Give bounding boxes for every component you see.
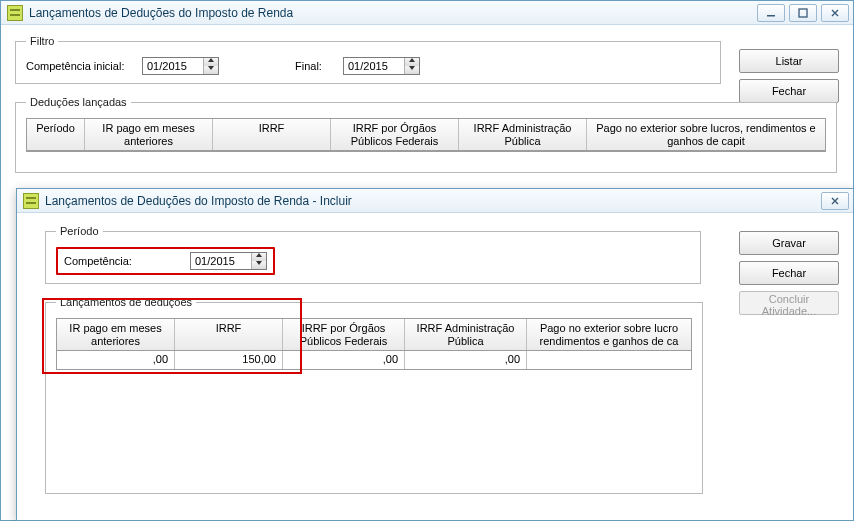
period-legend: Período xyxy=(56,225,103,237)
final-input[interactable] xyxy=(344,58,404,74)
child-dialog: Lançamentos de Deduções do Imposto de Re… xyxy=(16,188,854,521)
cell-ir-prev[interactable]: ,00 xyxy=(57,351,175,369)
conclude-button: Concluir Atividade... xyxy=(739,291,839,315)
col-irrf-admin: IRRF Administração Pública xyxy=(405,319,527,350)
child-launches-group: Lançamentos de deduções IR pago em meses… xyxy=(45,296,703,494)
child-grid-body: ,00 150,00 ,00 ,00 xyxy=(57,351,691,369)
launches-legend: Deduções lançadas xyxy=(26,96,131,108)
child-launches-legend: Lançamentos de deduções xyxy=(56,296,196,308)
col-irrf: IRRF xyxy=(175,319,283,350)
svg-rect-1 xyxy=(799,9,807,17)
parent-title: Lançamentos de Deduções do Imposto de Re… xyxy=(29,6,757,20)
spin-down-icon[interactable] xyxy=(204,66,218,74)
child-title: Lançamentos de Deduções do Imposto de Re… xyxy=(45,194,821,208)
final-label: Final: xyxy=(295,60,335,72)
col-irrf-orgaos: IRRF por Órgãos Públicos Federais xyxy=(283,319,405,350)
app-icon xyxy=(7,5,23,21)
child-grid-head: IR pago em meses anteriores IRRF IRRF po… xyxy=(57,319,691,351)
col-irrf-admin: IRRF Administração Pública xyxy=(459,119,587,150)
filter-row: Competência inicial: Final: xyxy=(26,57,710,75)
close-button-child[interactable]: Fechar xyxy=(739,261,839,285)
parent-titlebar: Lançamentos de Deduções do Imposto de Re… xyxy=(1,1,853,25)
period-highlight: Competência: xyxy=(56,247,275,275)
parent-grid[interactable]: Período IR pago em meses anteriores IRRF… xyxy=(26,118,826,152)
spin-down-icon[interactable] xyxy=(252,261,266,269)
competence-spinner[interactable] xyxy=(190,252,267,270)
competence-label: Competência: xyxy=(64,255,174,267)
cell-irrf-admin[interactable]: ,00 xyxy=(405,351,527,369)
col-pago-ext: Pago no exterior sobre lucro rendimentos… xyxy=(527,319,691,350)
close-button[interactable] xyxy=(821,192,849,210)
parent-grid-head: Período IR pago em meses anteriores IRRF… xyxy=(27,119,825,151)
app-icon xyxy=(23,193,39,209)
final-spinner[interactable] xyxy=(343,57,420,75)
spin-down-icon[interactable] xyxy=(405,66,419,74)
parent-side-buttons: Listar Fechar xyxy=(739,49,839,103)
child-grid[interactable]: IR pago em meses anteriores IRRF IRRF po… xyxy=(56,318,692,370)
cell-pago-ext[interactable] xyxy=(527,351,691,369)
cell-irrf[interactable]: 150,00 xyxy=(175,351,283,369)
child-side-buttons: Gravar Fechar Concluir Atividade... xyxy=(739,231,839,315)
competence-input[interactable] xyxy=(191,253,251,269)
spin-up-icon[interactable] xyxy=(405,58,419,66)
col-irrf: IRRF xyxy=(213,119,331,150)
child-titlebar: Lançamentos de Deduções do Imposto de Re… xyxy=(17,189,853,213)
col-ir-prev: IR pago em meses anteriores xyxy=(85,119,213,150)
svg-rect-0 xyxy=(767,15,775,17)
cell-irrf-orgaos[interactable]: ,00 xyxy=(283,351,405,369)
filter-legend: Filtro xyxy=(26,35,58,47)
list-button[interactable]: Listar xyxy=(739,49,839,73)
col-irrf-orgaos: IRRF por Órgãos Públicos Federais xyxy=(331,119,459,150)
initial-label: Competência inicial: xyxy=(26,60,134,72)
table-row[interactable]: ,00 150,00 ,00 ,00 xyxy=(57,351,691,369)
child-client: Gravar Fechar Concluir Atividade... Perí… xyxy=(17,213,853,521)
save-button[interactable]: Gravar xyxy=(739,231,839,255)
initial-input[interactable] xyxy=(143,58,203,74)
spin-up-icon[interactable] xyxy=(252,253,266,261)
minimize-button[interactable] xyxy=(757,4,785,22)
period-group: Período Competência: xyxy=(45,225,701,284)
launches-group: Deduções lançadas Período IR pago em mes… xyxy=(15,96,837,173)
maximize-button[interactable] xyxy=(789,4,817,22)
spin-up-icon[interactable] xyxy=(204,58,218,66)
close-button[interactable] xyxy=(821,4,849,22)
col-ir-prev: IR pago em meses anteriores xyxy=(57,319,175,350)
filter-group: Filtro Competência inicial: Final: xyxy=(15,35,721,84)
col-pago-ext: Pago no exterior sobre lucros, rendiment… xyxy=(587,119,825,150)
col-periodo: Período xyxy=(27,119,85,150)
initial-spinner[interactable] xyxy=(142,57,219,75)
